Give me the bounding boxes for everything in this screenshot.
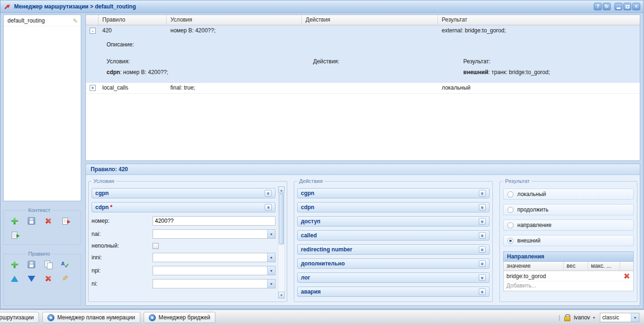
dropdown-trigger[interactable]: ▼ [631,313,639,322]
save-context-button[interactable] [26,216,37,226]
copy-rule-button[interactable] [43,259,54,270]
nai-combo[interactable]: ▼ [153,229,276,239]
cell-conditions: номер B: 4200??; [167,25,302,37]
dropdown-trigger[interactable]: ▼ [267,230,275,238]
action-section-log[interactable]: лог» [297,272,490,283]
expand-section-button[interactable]: » [479,204,486,211]
context-list-item[interactable]: default_routing ✎ [4,15,81,26]
expand-section-button[interactable]: » [479,218,486,225]
add-direction-row[interactable]: Добавить... [504,281,633,291]
action-section-cdpn[interactable]: cdpn» [297,202,490,212]
radio-checked-icon[interactable] [507,238,514,244]
directions-col-value[interactable]: значение [504,262,564,271]
action-section-cgpn[interactable]: cgpn» [297,188,490,198]
add-rule-button[interactable] [9,259,20,270]
expand-row-icon[interactable]: + [90,85,96,91]
expand-section-button[interactable]: » [479,246,486,253]
inni-label: inni: [92,254,153,261]
save-rule-button[interactable] [26,259,37,270]
result-option-direction[interactable]: направление [503,219,634,231]
check-rule-button[interactable]: A✓ [60,259,70,270]
inni-combo[interactable]: ▼ [153,253,276,262]
radio-icon[interactable] [507,207,514,213]
expand-section-button[interactable]: » [479,190,486,197]
taskbar-routing-manager-button[interactable]: Менеджер маршрутизации [0,312,39,323]
radio-icon[interactable] [507,222,514,228]
dropdown-trigger[interactable]: ▼ [267,280,275,288]
user-menu[interactable]: ivanov ▼ [574,314,596,321]
action-section-called[interactable]: called» [297,230,490,241]
directions-col-weight[interactable]: вес [564,262,588,271]
refresh-button[interactable]: ↻ [603,3,611,10]
chevron-down-icon: » [480,234,485,237]
taskbar-numbering-plans-button[interactable]: Менеджер планов нумерации [42,312,140,323]
username: ivanov [574,314,590,321]
close-button[interactable]: × [632,3,640,10]
expand-section-button[interactable]: » [479,260,486,267]
npi-combo[interactable]: ▼ [153,266,276,275]
collapse-section-button[interactable]: » [265,204,272,211]
grid-header-actions[interactable]: Действия [302,15,438,25]
scroll-up-button[interactable]: ▲ [278,187,284,193]
grid-header-rule[interactable]: Правило [99,15,167,25]
help-button[interactable]: ? [594,3,602,10]
maximize-button[interactable] [623,3,631,10]
ni-combo[interactable]: ▼ [153,279,276,288]
action-section-alarm[interactable]: авария» [297,287,490,297]
action-section-redirecting[interactable]: redirecting number» [297,244,490,255]
delete-rule-button[interactable] [43,273,54,284]
actions-legend: Действия [297,178,324,184]
actions-fieldset: Действия cgpn» cdpn» доступ» called» red… [294,178,493,302]
edit-rule-button[interactable]: ✎ [60,273,70,284]
direction-row[interactable]: bridge:to_gorod [504,271,633,281]
taskbar-bridges-manager-button[interactable]: Менеджер бриджей [144,312,215,323]
grid-row-local-calls[interactable]: + local_calls final: true; локальный [86,83,640,94]
move-up-button[interactable] [9,273,20,284]
chevron-down-icon: ▼ [270,233,273,236]
delete-context-button[interactable] [43,216,54,226]
dropdown-trigger[interactable]: ▼ [267,266,275,275]
app-icon [47,314,54,321]
expand-section-button[interactable]: » [479,288,486,295]
grid-header-conditions[interactable]: Условия [167,15,302,25]
result-option-external[interactable]: внешний [503,235,634,246]
minimize-button[interactable] [614,3,622,10]
cell-actions [302,25,438,37]
section-cgpn[interactable]: cgpn » [92,188,276,198]
result-option-continue[interactable]: продолжить [503,204,634,215]
chevron-down-icon: » [480,220,485,223]
conditions-legend: Условия [92,178,116,184]
delete-direction-button[interactable] [620,273,633,279]
expand-section-button[interactable]: » [265,190,272,197]
chevron-down-icon: ▼ [592,316,596,319]
chevron-down-icon: ▼ [270,269,273,272]
action-section-additional[interactable]: дополнительно» [297,258,490,269]
grid-row-420-main[interactable]: - 420 номер B: 4200??; external: bridge:… [86,25,640,37]
save-icon [28,217,35,225]
move-down-button[interactable] [26,273,37,284]
copy-icon [45,261,53,269]
scrollbar-thumb[interactable] [279,194,284,244]
import-context-button[interactable] [9,230,20,240]
result-legend: Результат [503,178,531,184]
cell-rule: local_calls [99,83,167,93]
incomplete-checkbox[interactable] [153,243,159,249]
edit-context-icon[interactable]: ✎ [73,18,78,24]
directions-col-max[interactable]: макс. ... [588,262,620,271]
result-option-local[interactable]: локальный [503,189,634,200]
add-context-button[interactable] [9,216,20,226]
grid-header-result[interactable]: Результат [438,15,640,25]
scroll-down-button[interactable]: ▼ [278,292,284,298]
conditions-scrollbar[interactable]: ▲ ▼ [278,186,285,299]
expand-section-button[interactable]: » [479,274,486,281]
export-context-button[interactable] [60,216,70,226]
section-cdpn[interactable]: cdpn * » [92,202,276,212]
dropdown-trigger[interactable]: ▼ [267,253,275,262]
theme-select[interactable]: classic ▼ [600,313,639,322]
radio-icon[interactable] [507,191,514,197]
collapse-row-icon[interactable]: - [90,28,96,34]
action-section-access[interactable]: доступ» [297,216,490,227]
number-input[interactable] [153,216,276,226]
expand-section-button[interactable]: » [479,232,486,239]
arrow-down-icon: ▼ [280,294,283,297]
